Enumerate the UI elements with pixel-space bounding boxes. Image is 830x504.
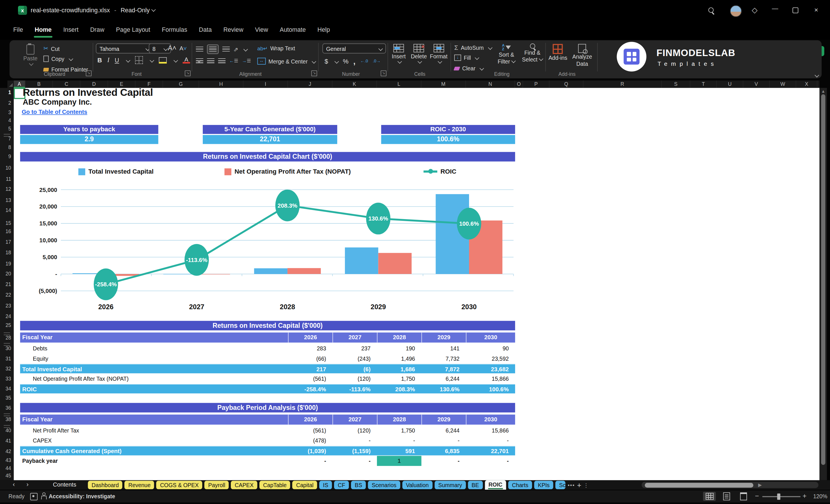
toc-link[interactable]: Go to Table of Contents bbox=[22, 108, 87, 115]
underline-dropdown[interactable] bbox=[126, 58, 130, 62]
column-header-O[interactable]: O bbox=[515, 81, 523, 88]
search-icon[interactable] bbox=[708, 7, 714, 13]
sheet-tab-is[interactable]: IS bbox=[319, 481, 332, 490]
vertical-scrollbar[interactable]: ▲ bbox=[820, 88, 827, 480]
scroll-up-arrow[interactable]: ▲ bbox=[821, 89, 825, 94]
sheet-tab-scenarios[interactable]: Scenarios bbox=[368, 481, 400, 490]
paste-button[interactable]: Paste bbox=[23, 44, 37, 65]
horizontal-scroll-thumb[interactable] bbox=[645, 482, 753, 487]
row-header-19[interactable]: 19 bbox=[5, 261, 11, 266]
sheet-tab-cogs-opex[interactable]: COGS & OPEX bbox=[156, 481, 202, 490]
tabs-back-arrow[interactable]: ‹ bbox=[12, 481, 14, 488]
tabs-forward-arrow[interactable]: › bbox=[27, 481, 29, 488]
all-sheets-menu[interactable]: ⋮ bbox=[583, 482, 589, 488]
normal-view-button[interactable] bbox=[703, 492, 715, 501]
sheet-tab-valuation[interactable]: Valuation bbox=[402, 481, 433, 490]
table-row[interactable]: ROIC-258.4%-113.6%208.3%130.6%100.6% bbox=[20, 384, 515, 394]
number-format-select[interactable]: General bbox=[322, 43, 386, 54]
sheet-tab-payroll[interactable]: Payroll bbox=[204, 481, 229, 490]
gem-icon[interactable]: ◇ bbox=[752, 6, 757, 14]
row-header-40[interactable]: 40 bbox=[5, 428, 11, 433]
row-header-7[interactable]: 7 bbox=[8, 136, 11, 141]
row-header-4[interactable]: 4 bbox=[8, 117, 11, 123]
bold-button[interactable]: B bbox=[98, 56, 102, 64]
insert-cells-button[interactable]: Insert bbox=[392, 44, 406, 63]
avatar[interactable] bbox=[730, 5, 742, 17]
row-header-3[interactable]: 3 bbox=[8, 109, 11, 115]
cut-button[interactable]: ✂ Cut bbox=[43, 45, 60, 52]
fill-color-dropdown[interactable] bbox=[173, 58, 178, 62]
row-header-24[interactable]: 24 bbox=[5, 313, 11, 319]
row-header-5[interactable]: 5 bbox=[8, 126, 11, 132]
column-header-N[interactable]: N bbox=[466, 81, 515, 88]
add-ins-button[interactable]: Add-ins bbox=[549, 44, 568, 61]
sheet-tab-cf[interactable]: CF bbox=[334, 481, 349, 490]
orientation-button[interactable]: ⇗ bbox=[233, 46, 238, 53]
row-headers[interactable]: 1234578910111213141516171819202122232425… bbox=[0, 88, 14, 480]
row-header-14[interactable]: 14 bbox=[5, 208, 11, 213]
borders-icon[interactable] bbox=[135, 56, 143, 64]
row-header-34[interactable]: 34 bbox=[5, 385, 11, 391]
horizontal-scrollbar[interactable]: ▶ bbox=[641, 482, 818, 488]
page-break-view-button[interactable] bbox=[737, 492, 749, 501]
vertical-scroll-thumb[interactable] bbox=[821, 94, 825, 465]
column-header-W[interactable]: W bbox=[770, 81, 796, 88]
sheet-tab-capital[interactable]: Capital bbox=[293, 481, 317, 490]
font-name-select[interactable]: Tahoma bbox=[96, 43, 153, 54]
zoom-slider[interactable] bbox=[762, 496, 800, 497]
table-row[interactable]: Net Operating Profit After Tax (NOPAT)(5… bbox=[20, 374, 515, 384]
row-header-23[interactable]: 23 bbox=[5, 303, 11, 308]
menu-tab-insert[interactable]: Insert bbox=[58, 21, 84, 40]
row-header-15[interactable]: 15 bbox=[5, 220, 11, 226]
row-header-1[interactable]: 1 bbox=[8, 89, 11, 95]
column-header-J[interactable]: J bbox=[288, 81, 332, 88]
italic-button[interactable]: I bbox=[107, 56, 109, 64]
column-header-G[interactable]: G bbox=[163, 81, 199, 88]
accessibility-status[interactable]: Accessibility: Investigate bbox=[49, 493, 115, 499]
minimize-button[interactable]: — bbox=[772, 5, 778, 12]
number-dialog-launcher[interactable]: ↘ bbox=[381, 70, 386, 76]
alignment-dialog-launcher[interactable]: ↘ bbox=[311, 70, 317, 76]
row-header-30[interactable]: 30 bbox=[5, 346, 11, 351]
format-cells-button[interactable]: Format bbox=[430, 44, 448, 63]
font-color-button[interactable]: A bbox=[183, 57, 190, 63]
row-header-35[interactable]: 35 bbox=[5, 395, 11, 401]
fill-button[interactable]: ↓ Fill bbox=[454, 55, 479, 61]
row-header-22[interactable]: 22 bbox=[5, 292, 11, 298]
table-row[interactable]: Payback year--1-- bbox=[20, 456, 515, 466]
row-header-41[interactable]: 41 bbox=[5, 438, 11, 443]
menu-tab-help[interactable]: Help bbox=[312, 21, 336, 40]
clear-button[interactable]: Clear bbox=[454, 65, 483, 71]
row-header-2[interactable]: 2 bbox=[8, 100, 11, 105]
menu-tab-draw[interactable]: Draw bbox=[84, 21, 110, 40]
column-header-M[interactable]: M bbox=[421, 81, 466, 88]
sheet-tab-revenue[interactable]: Revenue bbox=[125, 481, 154, 490]
restore-button[interactable] bbox=[793, 7, 798, 13]
table-row[interactable]: CAPEX(478)---- bbox=[20, 436, 515, 446]
column-header-T[interactable]: T bbox=[691, 81, 717, 88]
clipboard-dialog-launcher[interactable]: ↘ bbox=[86, 70, 92, 76]
close-button[interactable]: × bbox=[814, 6, 818, 14]
row-header-25[interactable]: 25 bbox=[5, 322, 11, 328]
collapse-ribbon-button[interactable] bbox=[813, 70, 819, 80]
menu-tab-home[interactable]: Home bbox=[29, 21, 58, 40]
row-header-12[interactable]: 12 bbox=[5, 186, 11, 192]
align-left-button[interactable] bbox=[196, 58, 203, 64]
row-header-32[interactable]: 32 bbox=[5, 366, 11, 371]
row-header-44[interactable]: 44 bbox=[5, 465, 11, 471]
row-header-11[interactable]: 11 bbox=[6, 176, 11, 182]
column-header-Y[interactable]: Y bbox=[818, 81, 820, 88]
align-center-button[interactable] bbox=[207, 58, 215, 64]
align-top-button[interactable] bbox=[196, 46, 203, 52]
row-header-31[interactable]: 31 bbox=[5, 355, 11, 361]
sheet-tab-dashboard[interactable]: Dashboard bbox=[88, 481, 122, 490]
sheet-tab-kpis[interactable]: KPIs bbox=[534, 481, 553, 490]
find-select-button[interactable]: Find & Select bbox=[522, 43, 543, 63]
sort-filter-button[interactable]: AZ Sort & Filter bbox=[498, 43, 515, 65]
row-header-9[interactable]: 9 bbox=[8, 153, 11, 159]
wrap-text-button[interactable]: ab↵ Wrap Text bbox=[257, 45, 295, 51]
sheet-tab-summary[interactable]: Summary bbox=[435, 481, 466, 490]
table-row[interactable]: Total Invested Capital217(6)1,6867,87223… bbox=[20, 364, 515, 374]
column-header-S[interactable]: S bbox=[662, 81, 691, 88]
align-bottom-button[interactable] bbox=[222, 46, 230, 52]
